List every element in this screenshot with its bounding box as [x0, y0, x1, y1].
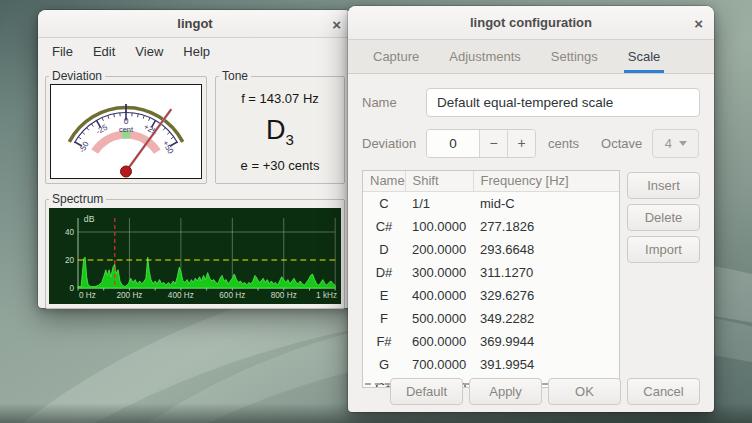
name-label: Name [362, 95, 426, 110]
cents-unit-label: cents [548, 136, 579, 151]
svg-text:200 Hz: 200 Hz [116, 290, 142, 300]
apply-button[interactable]: Apply [469, 378, 542, 405]
config-tabbar: Capture Adjustments Settings Scale [348, 40, 714, 74]
svg-text:40: 40 [65, 227, 74, 237]
tone-note-octave: 3 [286, 131, 294, 148]
main-titlebar[interactable]: lingot × [38, 10, 352, 38]
tone-frame-label: Tone [219, 69, 251, 83]
svg-text:20: 20 [65, 255, 74, 265]
tone-note: D3 [266, 117, 294, 147]
svg-text:400 Hz: 400 Hz [168, 290, 194, 300]
menubar: File Edit View Help [38, 38, 352, 64]
cancel-button[interactable]: Cancel [627, 378, 700, 405]
menu-help[interactable]: Help [175, 41, 218, 62]
default-button[interactable]: Default [390, 378, 463, 405]
chevron-down-icon [679, 141, 687, 146]
scale-tab-panel: Name Deviation 0 − + cents Octave 4 [348, 74, 714, 412]
delete-button[interactable]: Delete [627, 204, 700, 231]
column-shift[interactable]: Shift [405, 171, 473, 191]
svg-text:600 Hz: 600 Hz [219, 290, 245, 300]
table-row[interactable]: D 200.0000 293.6648 [363, 238, 619, 261]
svg-text:1 kHz: 1 kHz [316, 290, 337, 300]
main-window: lingot × File Edit View Help Deviation -… [38, 10, 352, 308]
scale-name-input[interactable] [426, 88, 700, 117]
table-row[interactable]: E 400.0000 329.6276 [363, 284, 619, 307]
table-row[interactable]: F# 600.0000 369.9944 [363, 330, 619, 353]
config-window-title: lingot configuration [470, 15, 592, 30]
spectrum-frame: Spectrum 020400 Hz200 Hz400 Hz600 Hz800 … [45, 199, 345, 309]
deviation-label: Deviation [362, 136, 426, 151]
deviation-spinner: 0 − + [426, 129, 536, 158]
close-icon[interactable]: × [694, 15, 703, 30]
svg-text:800 Hz: 800 Hz [271, 290, 297, 300]
config-window: lingot configuration × Capture Adjustmen… [348, 6, 714, 412]
table-row[interactable]: G 700.0000 391.9954 [363, 353, 619, 376]
main-window-title: lingot [177, 16, 212, 31]
table-header-row: Name Shift Frequency [Hz] [363, 171, 619, 191]
octave-dropdown[interactable]: 4 [652, 129, 699, 158]
octave-value: 4 [665, 136, 672, 151]
deviation-spinner-value[interactable]: 0 [427, 130, 479, 157]
table-row[interactable]: C 1/1 mid-C [363, 191, 619, 215]
menu-view[interactable]: View [127, 41, 171, 62]
insert-button[interactable]: Insert [627, 172, 700, 199]
table-row[interactable]: F 500.0000 349.2282 [363, 307, 619, 330]
tone-error: e = +30 cents [241, 158, 320, 173]
column-frequency[interactable]: Frequency [Hz] [473, 171, 619, 191]
tab-adjustments[interactable]: Adjustments [436, 40, 534, 73]
svg-text:dB: dB [84, 214, 95, 224]
deviation-gauge: -50-25+25+500cent [50, 84, 202, 179]
import-button[interactable]: Import [627, 236, 700, 263]
svg-text:0: 0 [70, 283, 75, 293]
config-titlebar[interactable]: lingot configuration × [348, 6, 714, 40]
column-name[interactable]: Name [363, 171, 405, 191]
spinner-decrement-button[interactable]: − [479, 130, 507, 157]
svg-text:-25: -25 [94, 122, 109, 136]
deviation-frame-label: Deviation [49, 69, 105, 83]
menu-file[interactable]: File [44, 41, 81, 62]
svg-text:0 Hz: 0 Hz [79, 290, 96, 300]
table-row[interactable]: C# 100.0000 277.1826 [363, 215, 619, 238]
svg-text:-50: -50 [77, 140, 91, 155]
close-icon[interactable]: × [332, 16, 341, 31]
svg-text:+50: +50 [161, 139, 176, 156]
spectrum-plot: 020400 Hz200 Hz400 Hz600 Hz800 Hz1 kHzdB [49, 208, 341, 304]
table-row[interactable]: D# 300.0000 311.1270 [363, 261, 619, 284]
spectrum-frame-label: Spectrum [49, 192, 106, 206]
tab-capture[interactable]: Capture [360, 40, 432, 73]
spinner-increment-button[interactable]: + [507, 130, 535, 157]
deviation-gauge-svg: -50-25+25+500cent [51, 85, 201, 178]
tone-frequency: f = 143.07 Hz [241, 91, 319, 106]
ok-button[interactable]: OK [548, 378, 621, 405]
table-action-buttons: Insert Delete Import [627, 170, 700, 388]
deviation-frame: Deviation -50-25+25+500cent [45, 76, 207, 184]
scale-table: Name Shift Frequency [Hz] C 1/1 mid-C C# [362, 170, 620, 388]
tab-settings[interactable]: Settings [538, 40, 611, 73]
svg-text:cent: cent [119, 125, 134, 134]
tone-frame: Tone f = 143.07 Hz D3 e = +30 cents [215, 76, 345, 184]
menu-edit[interactable]: Edit [85, 41, 123, 62]
spectrum-svg: 020400 Hz200 Hz400 Hz600 Hz800 Hz1 kHzdB [49, 208, 341, 304]
dialog-action-area: Default Apply OK Cancel [362, 378, 700, 405]
octave-label: Octave [601, 136, 642, 151]
tab-scale[interactable]: Scale [615, 40, 674, 73]
